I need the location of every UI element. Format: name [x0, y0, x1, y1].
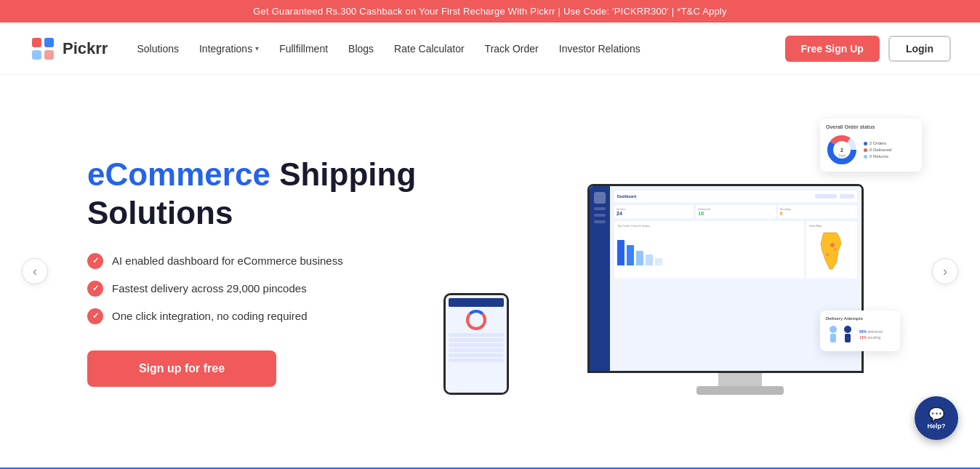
svg-point-11: [834, 248, 837, 251]
svg-text:Total: Total: [838, 154, 846, 158]
map-title: India Map: [809, 224, 854, 228]
svg-point-12: [830, 326, 837, 333]
svg-point-9: [830, 243, 835, 247]
bar-chart-bars: [617, 229, 801, 265]
help-button[interactable]: 💬 Help?: [915, 396, 958, 440]
bar-5: [655, 258, 662, 265]
monitor-stand-neck: [718, 373, 762, 386]
carousel-next-button[interactable]: ›: [932, 258, 958, 284]
check-icon-1: ✓: [87, 253, 103, 269]
stat-card-2: Delivered 18: [696, 205, 775, 218]
delivery-stats: 85% delivered 15% pending: [859, 329, 883, 340]
phone-donut-chart: [466, 310, 486, 330]
phone-header-bar: [449, 298, 504, 307]
nav-blogs[interactable]: Blogs: [348, 43, 374, 55]
phone-mockup: [443, 293, 509, 395]
india-map: India Map: [806, 221, 857, 278]
phone-row-3: [449, 343, 504, 347]
legend-text-3: 0 Returns: [869, 154, 888, 159]
nav-investor-relations[interactable]: Investor Relations: [559, 43, 640, 55]
screen-header-dot-1: [815, 194, 837, 199]
login-button[interactable]: Login: [888, 36, 951, 62]
svg-point-14: [844, 326, 851, 333]
monitor-stand-base: [696, 386, 784, 395]
phone-row-4: [449, 348, 504, 352]
overall-order-status-card: Overall Order status 2 Total 2 Orders: [820, 119, 922, 172]
bar-2: [627, 245, 634, 265]
delivery-stat-row-2: 15% pending: [859, 335, 883, 340]
svg-rect-3: [44, 50, 54, 60]
stat-num-1: 85%: [859, 329, 867, 334]
hero-title-blue: eCommerce: [87, 156, 270, 192]
signup-cta-button[interactable]: Sign up for free: [87, 350, 276, 387]
legend-item-2: 0 Delivered: [864, 148, 891, 152]
legend-dot-light-blue: [864, 155, 867, 159]
donut-chart-container: 2 Total 2 Orders 0 Delivered 0 Returns: [826, 134, 916, 166]
svg-rect-2: [32, 50, 41, 60]
hero-title: eCommerce Shipping Solutions: [87, 156, 436, 233]
stats-row: Orders 24 Delivered 18 Pending 6: [614, 205, 857, 218]
legend-text-1: 2 Orders: [869, 141, 886, 145]
legend-text-2: 0 Delivered: [869, 148, 891, 152]
donut-legend: 2 Orders 0 Delivered 0 Returns: [864, 141, 891, 159]
pickrr-logo-icon: [29, 35, 57, 63]
logo[interactable]: Pickrr: [29, 35, 108, 63]
carousel-prev-button[interactable]: ‹: [22, 258, 48, 284]
svg-rect-1: [44, 38, 54, 47]
help-icon: 💬: [928, 406, 944, 422]
desktop-monitor: Dashboard Orders 24 Del: [587, 184, 893, 409]
phone-screen: [446, 295, 507, 393]
delivery-figure: [826, 324, 855, 345]
phone-row-5: [449, 353, 504, 357]
delivery-attempts-card: Delivery Attempts 85% delivered 15% pend…: [820, 310, 900, 351]
free-signup-button[interactable]: Free Sign Up: [785, 36, 880, 62]
hero-section: ‹ eCommerce Shipping Solutions ✓ AI enab…: [0, 75, 980, 468]
bar-4: [646, 254, 653, 265]
svg-point-10: [826, 253, 829, 256]
legend-item-1: 2 Orders: [864, 141, 891, 145]
stat-value-2: 18: [698, 211, 773, 216]
nav-links: Solutions Integrations ▾ Fullfillment Bl…: [137, 43, 784, 55]
sidebar-icon-4: [594, 220, 606, 223]
legend-dot-red: [864, 148, 867, 152]
hero-feature-text-1: AI enabled dashboard for eCommerce busin…: [112, 254, 343, 267]
nav-track-order[interactable]: Track Order: [485, 43, 539, 55]
stat-card-3: Pending 6: [778, 205, 857, 218]
top-banner: Get Guaranteed Rs.300 Cashback on Your F…: [0, 0, 980, 23]
svg-text:2: 2: [840, 148, 843, 153]
delivery-stat-row-1: 85% delivered: [859, 329, 883, 334]
legend-item-3: 0 Returns: [864, 154, 891, 159]
stat-num-2: 15%: [859, 335, 867, 340]
nav-solutions[interactable]: Solutions: [137, 43, 179, 55]
bar-chart-title: Top Order Cities & States: [617, 224, 801, 228]
donut-chart: 2 Total: [826, 134, 858, 166]
nav-integrations[interactable]: Integrations ▾: [199, 43, 259, 55]
hero-feature-1: ✓ AI enabled dashboard for eCommerce bus…: [87, 253, 436, 269]
hero-feature-text-2: Fastest delivery across 29,000 pincodes: [112, 282, 307, 294]
bar-1: [617, 240, 624, 265]
check-icon-2: ✓: [87, 281, 103, 297]
nav-rate-calculator[interactable]: Rate Calculator: [394, 43, 465, 55]
delivery-attempts-title: Delivery Attempts: [826, 316, 894, 321]
screen-sidebar: [590, 186, 610, 371]
check-icon-3: ✓: [87, 308, 103, 324]
hero-feature-text-3: One click integration, no coding require…: [112, 310, 308, 322]
hero-features-list: ✓ AI enabled dashboard for eCommerce bus…: [87, 253, 436, 324]
navbar: Pickrr Solutions Integrations ▾ Fullfill…: [0, 23, 980, 75]
phone-row-1: [449, 333, 504, 337]
nav-fulfillment[interactable]: Fullfillment: [279, 43, 328, 55]
svg-rect-15: [845, 334, 851, 342]
phone-row-2: [449, 338, 504, 342]
stat-value-1: 24: [616, 211, 691, 216]
bar-chart: Top Order Cities & States: [614, 221, 804, 278]
svg-rect-13: [830, 334, 836, 342]
screen-topbar: Dashboard: [614, 191, 857, 202]
dashboard-label: Dashboard: [617, 194, 636, 199]
screen-header-dot-2: [840, 194, 854, 199]
sidebar-icon-1: [594, 192, 606, 204]
hero-feature-3: ✓ One click integration, no coding requi…: [87, 308, 436, 324]
overall-order-status-title: Overall Order status: [826, 124, 916, 129]
hero-dashboard-mockup: Overall Order status 2 Total 2 Orders: [436, 119, 922, 424]
stat-card-1: Orders 24: [614, 205, 694, 218]
bar-3: [636, 251, 643, 265]
